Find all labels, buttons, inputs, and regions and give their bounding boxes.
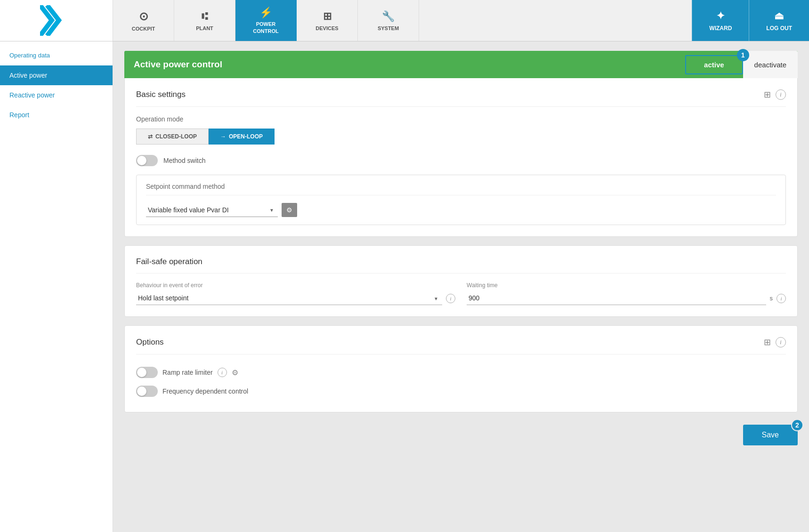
main-layout: Operating data Active power Reactive pow… [0,41,809,532]
basic-settings-icons: ⊞ i [764,89,786,100]
save-button[interactable]: Save [743,425,798,445]
sidebar-item-report[interactable]: Report [0,105,113,125]
logout-label: LOG OUT [766,25,792,32]
nav-tabs: ⊙ COCKPIT ⑆ PLANT ⚡ POWERCONTROL ⊞ DEVIC… [113,0,419,41]
info-icon-basic[interactable]: i [776,89,786,100]
basic-settings-title: Basic settings [136,90,186,99]
x-logo [40,5,73,36]
sidebar-section-label: Operating data [9,52,50,59]
failsafe-grid: Behaviour in event of error Hold last se… [136,282,786,305]
waiting-time-field: Waiting time s i [467,282,786,305]
ramp-rate-label: Ramp rate limiter [162,369,213,376]
options-grid-icon[interactable]: ⊞ [764,337,771,347]
tab-plant[interactable]: ⑆ PLANT [174,0,235,41]
behaviour-select[interactable]: Hold last setpoint [136,291,442,305]
control-header-bar: Active power control active 1 deactivate [124,51,798,78]
options-card: Options ⊞ i Ramp rate limiter i ⚙ [124,325,798,412]
tab-cockpit[interactable]: ⊙ COCKPIT [113,0,174,41]
header-right: ✦ WIZARD ⏏ LOG OUT [692,0,809,41]
setpoint-gear-button[interactable]: ⚙ [282,203,297,217]
setpoint-title: Setpoint command method [146,183,776,195]
ramp-rate-toggle[interactable] [136,367,158,378]
failsafe-header: Fail-safe operation [136,257,786,274]
power-control-label: POWERCONTROL [253,21,278,34]
plant-icon: ⑆ [202,10,208,23]
save-badge: 2 [791,419,803,431]
failsafe-card: Fail-safe operation Behaviour in event o… [124,245,798,317]
system-icon: 🔧 [382,10,395,23]
ramp-rate-gear-icon[interactable]: ⚙ [232,368,238,377]
behaviour-select-wrapper: Hold last setpoint ▼ [136,291,442,305]
waiting-time-label: Waiting time [467,282,786,289]
operation-mode-label: Operation mode [136,115,786,123]
save-area: Save 2 [124,421,798,449]
waiting-time-input[interactable] [467,291,766,305]
devices-icon: ⊞ [323,10,332,23]
sidebar-item-active-power-label: Active power [9,72,47,79]
system-label: SYSTEM [378,25,399,31]
open-loop-button[interactable]: → OPEN-LOOP [209,129,275,145]
logo-area [0,0,113,41]
closed-loop-button[interactable]: ⇄ CLOSED-LOOP [136,129,209,145]
sidebar-item-active-power[interactable]: Active power [0,65,113,85]
options-info-icon[interactable]: i [776,337,786,347]
wizard-icon: ✦ [716,10,725,22]
freq-control-row: Frequency dependent control [136,382,786,401]
cockpit-icon: ⊙ [139,10,148,23]
open-loop-label: OPEN-LOOP [229,133,263,140]
setpoint-select-row: Variable fixed value Pvar DI ▼ ⚙ [146,203,776,217]
active-button[interactable]: active [685,55,743,74]
basic-settings-card: Basic settings ⊞ i Operation mode ⇄ CLOS… [124,78,798,237]
devices-label: DEVICES [316,25,338,31]
content-area: Active power control active 1 deactivate… [113,41,809,532]
open-loop-icon: → [220,133,226,140]
grid-icon[interactable]: ⊞ [764,89,771,100]
closed-loop-label: CLOSED-LOOP [155,133,197,140]
options-title: Options [136,338,164,347]
save-button-wrapper: Save 2 [743,425,798,445]
sidebar-section-operating-data[interactable]: Operating data [0,45,113,65]
setpoint-select[interactable]: Variable fixed value Pvar DI [146,203,278,217]
waiting-time-row: s i [467,291,786,305]
tab-system[interactable]: 🔧 SYSTEM [358,0,419,41]
active-button-wrapper: active 1 [685,55,743,74]
behaviour-row: Hold last setpoint ▼ i [136,291,455,305]
header: ⊙ COCKPIT ⑆ PLANT ⚡ POWERCONTROL ⊞ DEVIC… [0,0,809,41]
waiting-time-info-icon[interactable]: i [777,294,786,303]
method-switch-row: Method switch [136,155,786,166]
deactivate-button[interactable]: deactivate [743,51,798,78]
ramp-rate-row: Ramp rate limiter i ⚙ [136,363,786,382]
logout-button[interactable]: ⏏ LOG OUT [749,0,809,41]
basic-settings-header: Basic settings ⊞ i [136,89,786,107]
failsafe-title: Fail-safe operation [136,257,202,266]
method-switch-label: Method switch [163,157,205,164]
control-header-title: Active power control [124,59,685,70]
sidebar-item-report-label: Report [9,111,29,119]
setpoint-box: Setpoint command method Variable fixed v… [136,175,786,225]
tab-devices[interactable]: ⊞ DEVICES [297,0,358,41]
operation-mode-buttons: ⇄ CLOSED-LOOP → OPEN-LOOP [136,129,786,145]
active-badge: 1 [737,49,749,61]
freq-control-label: Frequency dependent control [162,387,248,395]
closed-loop-icon: ⇄ [148,133,153,140]
sidebar-item-reactive-power-label: Reactive power [9,91,55,99]
wizard-label: WIZARD [709,25,732,32]
method-switch-toggle[interactable] [136,155,158,166]
behaviour-field: Behaviour in event of error Hold last se… [136,282,455,305]
ramp-rate-info-icon[interactable]: i [218,368,227,377]
tab-power-control[interactable]: ⚡ POWERCONTROL [235,0,297,41]
setpoint-select-wrapper: Variable fixed value Pvar DI ▼ [146,203,278,217]
sidebar-item-reactive-power[interactable]: Reactive power [0,85,113,105]
power-control-icon: ⚡ [259,7,272,19]
options-icons: ⊞ i [764,337,786,347]
waiting-time-unit: s [770,295,773,302]
sidebar: Operating data Active power Reactive pow… [0,41,113,532]
plant-label: PLANT [196,25,213,31]
cockpit-label: COCKPIT [132,26,155,32]
logout-icon: ⏏ [774,10,784,22]
freq-control-toggle[interactable] [136,386,158,397]
behaviour-info-icon[interactable]: i [446,294,455,303]
wizard-button[interactable]: ✦ WIZARD [692,0,749,41]
behaviour-label: Behaviour in event of error [136,282,455,289]
options-header: Options ⊞ i [136,337,786,355]
